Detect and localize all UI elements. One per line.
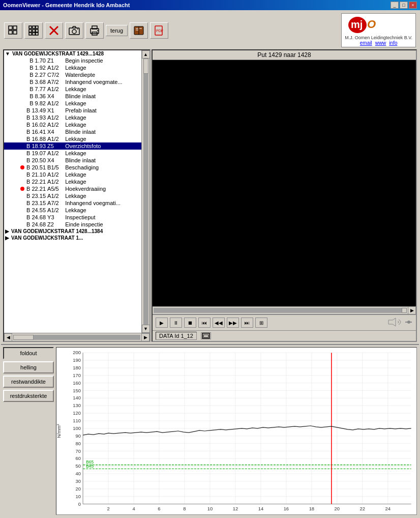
svg-text:10: 10 [75,494,80,499]
svg-rect-4 [29,26,32,28]
tree-item-7[interactable]: B 13.49 X1 Prefab inlaat [4,107,141,114]
maximize-button[interactable]: □ [400,2,408,9]
svg-rect-0 [9,26,12,30]
tree-item-19[interactable]: B 23.15 A1/2 Lekkage [4,192,141,199]
video-panel: Put 1429 naar 1428 ▶ ▶ ⏸ ⏹ ⏮ ◀◀ ▶▶ ⏭ ⊞ [152,49,417,342]
pause-button[interactable]: ⏸ [170,318,182,328]
tree-item-16[interactable]: B 21.10 A1/2 Lekkage [4,171,141,178]
video-controls: ▶ ⏸ ⏹ ⏮ ◀◀ ▶▶ ⏭ ⊞ [153,314,416,330]
rewind-button[interactable]: ◀◀ [213,318,225,328]
scroll-down-button[interactable]: ▼ [142,325,150,333]
svg-text:22: 22 [360,506,365,511]
svg-text:30: 30 [75,479,80,484]
close-x-button[interactable] [45,22,63,39]
h-scroll-thumb[interactable] [13,335,34,340]
tree-item-4[interactable]: B 7.77 A1/2 Lekkage [4,85,141,93]
tree-item-15[interactable]: B 20.51 B1/5 Beschadiging [4,164,141,171]
tree-item-1[interactable]: B 1.92 A1/2 Lekkage [4,64,141,71]
scroll-left-button[interactable]: ◀ [4,333,12,341]
video-scroll-right[interactable]: ▶ [408,306,416,314]
svg-text:80: 80 [75,441,80,446]
tree-item-0[interactable]: B 1.70 Z1 Begin inspectie [4,57,141,64]
tree-item-18[interactable]: B 22.21 A5/5 Hoekverdraaiing [4,185,141,192]
window-icon[interactable] [201,332,211,339]
foldout-button[interactable]: foldout [3,347,54,359]
title-text: OomenViewer - Gemeente Hendrik Ido Ambac… [3,2,130,8]
scroll-track [143,59,148,325]
scroll-right-button[interactable]: ▶ [141,333,149,341]
tree-item-13[interactable]: B 19.07 A1/2 Lekkage [4,150,141,157]
tree-item-23[interactable]: B 24.68 Z2 Einde inspectie [4,221,141,228]
helling-button[interactable]: helling [3,361,54,373]
book-button[interactable] [130,22,148,39]
print-button[interactable] [85,22,104,39]
svg-text:40: 40 [75,471,80,476]
tree-item-2[interactable]: B 2.27 C7/2 Waterdiepte [4,71,141,78]
tree-item-10[interactable]: B 16.41 X4 Blinde inlaat [4,128,141,135]
svg-text:60: 60 [75,456,80,461]
svg-rect-5 [33,26,35,28]
svg-text:4: 4 [132,506,135,511]
tree-item-3[interactable]: B 3.68 A7/2 Inhangend voegmate... [4,78,141,85]
close-button[interactable]: × [409,2,417,9]
expand-icon-3: ▶ [5,235,9,241]
tree-item-12[interactable]: B 18.93 Z5 Overzichtsfoto [4,142,141,150]
tree-item-5[interactable]: B 8.36 X4 Blinde inlaat [4,93,141,100]
svg-point-16 [72,30,76,34]
svg-marker-33 [388,318,396,326]
tree-item-8[interactable]: B 13.93 A1/2 Lekkage [4,114,141,121]
tree-item-6[interactable]: B 9.82 A1/2 Lekkage [4,100,141,107]
svg-text:150: 150 [73,388,81,393]
tree-section-1[interactable]: ▼ VAN GODEWIJCKSTRAAT 1429...1428 [4,50,141,57]
svg-text:8: 8 [183,506,186,511]
tree-item-14[interactable]: B 20.50 X4 Blinde inlaat [4,157,141,164]
grid1-button[interactable] [4,22,22,39]
email-link[interactable]: email [360,40,372,46]
grid2-button[interactable] [24,22,43,39]
video-scroll-thumb[interactable] [402,308,407,313]
grid-view-button[interactable]: ⊞ [255,318,267,328]
pdf-button[interactable]: PDF [150,22,168,39]
terug-button[interactable]: terug [106,25,128,36]
video-display [153,60,416,306]
svg-text:110: 110 [73,418,81,423]
video-title: Put 1429 naar 1428 [153,50,416,60]
svg-text:O: O [367,18,376,31]
svg-rect-2 [9,31,12,34]
tree-item-11[interactable]: B 16.88 A1/2 Lekkage [4,135,141,142]
svg-rect-11 [33,33,35,35]
tree-item-9[interactable]: B 16.02 A1/2 Lekkage [4,121,141,128]
volume-control [387,317,413,328]
content-area: ▼ VAN GODEWIJCKSTRAAT 1429...1428 B 1.70… [1,49,419,344]
scroll-thumb[interactable] [143,59,148,74]
restdruksterkte-button[interactable]: restdruksterkte [3,390,54,402]
svg-rect-10 [29,33,32,35]
tree-item-20[interactable]: B 23.15 A7/2 Inhangend voegmati... [4,199,141,207]
stop-button[interactable]: ⏹ [184,318,196,328]
camera-button[interactable] [65,22,83,39]
svg-text:20: 20 [335,506,340,511]
svg-rect-3 [13,31,17,34]
logo-links: email www info [345,40,412,46]
minimize-button[interactable]: _ [391,2,399,9]
svg-point-35 [407,321,410,324]
svg-text:24: 24 [385,506,391,511]
tree-item-22[interactable]: B 24.68 Y3 Inspectieput [4,214,141,221]
tree-section-3[interactable]: ▶ VAN GODEWIJCKSTRAAT 1... [4,235,141,241]
titlebar-controls: _ □ × [391,2,417,9]
tree-item-17[interactable]: B 22.21 A1/2 Lekkage [4,178,141,185]
forward-button[interactable]: ▶▶ [227,318,239,328]
chart-container: 200 190 180 170 160 150 140 130 120 110 … [56,347,417,515]
forward-end-button[interactable]: ⏭ [241,318,253,328]
chart-svg: 200 190 180 170 160 150 140 130 120 110 … [56,348,416,514]
restwanddikte-button[interactable]: restwanddikte [3,376,54,388]
play-button[interactable]: ▶ [156,318,168,328]
www-link[interactable]: www [375,40,386,46]
scroll-up-button[interactable]: ▲ [142,50,150,59]
tree-section-2[interactable]: ▶ VAN GODEWIJCKSTRAAT 1428...1384 [4,228,141,235]
tree-item-21[interactable]: B 24.55 A1/2 Lekkage [4,207,141,214]
info-link[interactable]: info [389,40,397,46]
rewind-end-button[interactable]: ⏮ [198,318,211,328]
svg-rect-9 [36,30,38,32]
svg-rect-6 [36,26,38,28]
